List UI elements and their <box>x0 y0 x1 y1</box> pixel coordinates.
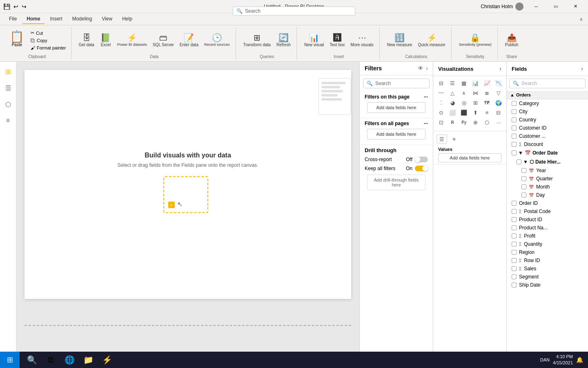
taskbar-powerbi[interactable]: ⚡ <box>98 352 116 368</box>
field-item-region[interactable]: Region <box>507 248 588 256</box>
viz-map[interactable]: 🗺 <box>482 98 492 107</box>
sidebar-model-icon[interactable]: ⬡ <box>2 98 15 111</box>
viz-r-visual[interactable]: R <box>447 118 458 127</box>
viz-ai[interactable]: ⊕ <box>470 118 481 127</box>
field-item-discount[interactable]: Σ Discount <box>507 140 588 148</box>
field-group-order-date[interactable]: ▼ 📅 Order Date <box>507 148 588 157</box>
tab-home[interactable]: Home <box>22 14 44 24</box>
viz-kpi[interactable]: ⬆ <box>470 108 481 117</box>
format-painter-button[interactable]: 🖌 Format painter <box>29 45 68 51</box>
field-item-country[interactable]: Country <box>507 116 588 124</box>
viz-scatter[interactable]: ⁚ <box>436 98 446 107</box>
field-checkbox-category[interactable] <box>512 101 517 106</box>
viz-donut[interactable]: ◎ <box>459 98 469 107</box>
viz-line[interactable]: 〰 <box>436 88 446 97</box>
viz-stacked-bar[interactable]: ⊟ <box>436 79 446 88</box>
viz-table-icon[interactable]: ☰ <box>437 135 447 144</box>
viz-slicer[interactable]: ≡ <box>482 108 492 117</box>
field-item-year[interactable]: 📅 Year <box>507 166 588 175</box>
excel-button[interactable]: 📗 Excel <box>98 32 114 49</box>
viz-treemap[interactable]: ⊞ <box>470 98 481 107</box>
ribbon-collapse[interactable]: ∧ <box>579 16 583 22</box>
refresh-button[interactable]: 🔄 Refresh <box>274 32 293 49</box>
paste-button[interactable]: 📋 Paste <box>7 29 27 51</box>
sql-server-button[interactable]: 🗃 SQL Server <box>150 32 176 49</box>
field-checkbox-date-hier[interactable] <box>517 159 521 164</box>
fields-collapse-icon[interactable]: ▲ <box>510 92 514 97</box>
field-checkbox-region[interactable] <box>512 250 517 255</box>
field-checkbox-order-id[interactable] <box>512 201 517 206</box>
filter-search[interactable]: 🔍 Search <box>363 79 430 88</box>
more-visuals-button[interactable]: ⋯ More visuals <box>348 32 376 49</box>
viz-table[interactable]: ⊟ <box>493 108 504 117</box>
viz-ribbon[interactable]: ⋈ <box>470 88 481 97</box>
field-item-sales[interactable]: Σ Sales <box>507 265 588 273</box>
filters-all-menu[interactable]: ··· <box>424 121 428 126</box>
field-checkbox-segment[interactable] <box>512 274 517 279</box>
quick-measure-button[interactable]: ⚡ Quick measure <box>415 32 448 49</box>
global-search[interactable]: 🔍 Search <box>233 7 355 16</box>
save-icon[interactable]: 💾 <box>3 3 10 10</box>
drill-add-btn[interactable]: Add drill-through fields here <box>367 175 425 190</box>
taskbar-edge[interactable]: 🌐 <box>60 352 78 368</box>
copy-button[interactable]: ⿻ Copy <box>29 37 68 44</box>
field-checkbox-customer[interactable] <box>512 134 517 139</box>
cross-report-toggle[interactable]: Off <box>406 157 428 162</box>
taskbar-search[interactable]: 🔍 <box>23 352 41 368</box>
viz-clustered-bar[interactable]: ☰ <box>447 79 458 88</box>
field-item-customer-id[interactable]: Customer ID <box>507 124 588 132</box>
viz-more[interactable]: ··· <box>493 118 504 127</box>
field-item-quarter[interactable]: 📅 Quarter <box>507 175 588 183</box>
values-add-btn[interactable]: Add data fields here <box>438 153 501 162</box>
field-item-month[interactable]: 📅 Month <box>507 183 588 191</box>
field-item-row-id[interactable]: Σ Row ID <box>507 256 588 265</box>
viz-funnel[interactable]: ▽ <box>493 88 504 97</box>
field-checkbox-year[interactable] <box>521 168 526 173</box>
field-checkbox-profit[interactable] <box>512 233 517 238</box>
field-item-postal[interactable]: Σ Postal Code <box>507 207 588 215</box>
minimize-button[interactable]: ─ <box>527 0 546 13</box>
field-checkbox-month[interactable] <box>521 184 526 189</box>
viz-pie[interactable]: ◕ <box>447 98 458 107</box>
field-checkbox-quarter[interactable] <box>521 176 526 181</box>
taskbar-task-view[interactable]: ⧉ <box>42 352 60 368</box>
viz-multi-card[interactable]: ⬛ <box>459 108 469 117</box>
new-visual-button[interactable]: 📊 New visual <box>302 32 326 49</box>
viz-waterfall[interactable]: ≣ <box>482 88 492 97</box>
field-checkbox-sales[interactable] <box>512 266 517 271</box>
sidebar-report-icon[interactable]: ⊞ <box>2 65 15 78</box>
viz-card[interactable]: ⬜ <box>447 108 458 117</box>
field-item-day[interactable]: 📅 Day <box>507 191 588 199</box>
close-button[interactable]: ✕ <box>566 0 585 13</box>
filter-all-add[interactable]: Add data fields here <box>367 129 425 139</box>
field-item-ship-date[interactable]: Ship Date <box>507 281 588 289</box>
sensitivity-button[interactable]: 🔒 Sensitivity (preview) <box>457 32 494 49</box>
viz-area[interactable]: △ <box>447 88 458 97</box>
viz-decomp[interactable]: ⬡ <box>482 118 492 127</box>
transform-button[interactable]: ⊞ Transform data <box>241 32 273 49</box>
keep-filters-toggle-switch[interactable] <box>415 166 428 171</box>
taskbar-explorer[interactable]: 📁 <box>79 352 97 368</box>
maximize-button[interactable]: ▭ <box>546 0 565 13</box>
field-item-category[interactable]: Category <box>507 99 588 108</box>
sidebar-data-icon[interactable]: ☰ <box>2 81 15 94</box>
filters-expand-icon[interactable]: › <box>426 65 428 72</box>
field-checkbox-city[interactable] <box>512 109 517 114</box>
get-data-button[interactable]: 🗄 Get data <box>76 32 97 49</box>
fields-search[interactable]: 🔍 Search <box>509 79 586 88</box>
field-checkbox-day[interactable] <box>521 193 526 197</box>
redo-icon[interactable]: ↪ <box>22 3 27 10</box>
tab-modeling[interactable]: Modeling <box>68 14 96 24</box>
viz-filled-map[interactable]: 🌍 <box>493 98 504 107</box>
field-item-order-id[interactable]: Order ID <box>507 199 588 207</box>
enter-data-button[interactable]: 📝 Enter data <box>177 32 201 49</box>
field-checkbox-discount[interactable] <box>512 142 517 147</box>
tab-file[interactable]: File <box>5 14 21 24</box>
field-checkbox-country[interactable] <box>512 117 517 122</box>
new-measure-button[interactable]: 🔢 New measure <box>385 32 415 49</box>
field-checkbox-row-id[interactable] <box>512 258 517 263</box>
tab-view[interactable]: View <box>98 14 116 24</box>
field-checkbox-ship-date[interactable] <box>512 283 517 287</box>
publish-button[interactable]: 📤 Publish <box>503 32 521 49</box>
viz-100pct-bar[interactable]: ▦ <box>459 79 469 88</box>
